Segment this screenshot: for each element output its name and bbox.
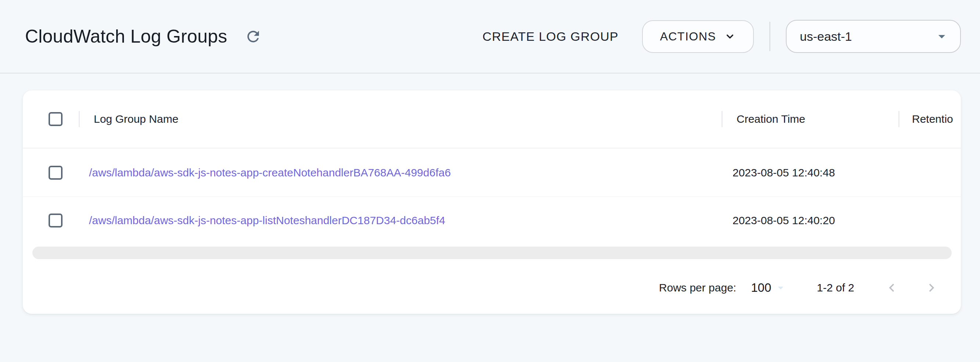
rows-per-page-label: Rows per page: xyxy=(659,281,736,294)
arrow-dropdown-icon xyxy=(774,281,787,294)
log-group-link[interactable]: /aws/lambda/aws-sdk-js-notes-app-listNot… xyxy=(89,214,445,227)
page-header: CloudWatch Log Groups CREATE LOG GROUP A… xyxy=(0,0,980,73)
header-divider xyxy=(769,22,770,51)
create-log-group-button[interactable]: CREATE LOG GROUP xyxy=(479,22,622,51)
table-row: /aws/lambda/aws-sdk-js-notes-app-listNot… xyxy=(23,197,961,244)
table-pagination: Rows per page: 100 1-2 of 2 xyxy=(23,262,961,314)
horizontal-scrollbar-thumb[interactable] xyxy=(32,247,952,259)
actions-button-label: ACTIONS xyxy=(660,30,716,43)
chevron-down-icon xyxy=(724,30,736,42)
chevron-left-icon xyxy=(884,280,900,296)
creation-time-cell: 2023-08-05 12:40:20 xyxy=(732,214,835,227)
column-divider xyxy=(79,111,80,127)
column-header-retention: Retentio xyxy=(912,113,953,125)
refresh-icon xyxy=(245,28,262,45)
table-row: /aws/lambda/aws-sdk-js-notes-app-createN… xyxy=(23,148,961,197)
creation-time-cell: 2023-08-05 12:40:48 xyxy=(732,167,835,179)
log-group-link[interactable]: /aws/lambda/aws-sdk-js-notes-app-createN… xyxy=(89,167,451,179)
column-header-log-group-name: Log Group Name xyxy=(94,113,178,125)
table-header-row: Log Group Name Creation Time Retentio xyxy=(23,90,961,148)
actions-button[interactable]: ACTIONS xyxy=(642,20,754,53)
row-checkbox[interactable] xyxy=(49,214,62,227)
column-divider xyxy=(898,111,899,127)
pagination-range-label: 1-2 of 2 xyxy=(817,281,854,294)
rows-per-page-select[interactable]: 100 xyxy=(751,281,787,295)
region-selector[interactable]: us-east-1 xyxy=(786,20,961,53)
refresh-button[interactable] xyxy=(243,26,264,47)
previous-page-button[interactable] xyxy=(881,277,903,299)
next-page-button[interactable] xyxy=(920,277,942,299)
arrow-dropdown-icon xyxy=(934,28,950,44)
rows-per-page-value: 100 xyxy=(751,281,771,295)
row-checkbox[interactable] xyxy=(49,166,62,180)
column-divider xyxy=(721,111,722,127)
column-header-creation-time: Creation Time xyxy=(737,113,805,125)
horizontal-scrollbar-track xyxy=(23,244,961,262)
region-selector-value: us-east-1 xyxy=(800,29,934,44)
select-all-checkbox[interactable] xyxy=(49,112,62,126)
chevron-right-icon xyxy=(923,280,940,296)
page-title: CloudWatch Log Groups xyxy=(25,26,227,47)
log-groups-card: Log Group Name Creation Time Retentio /a… xyxy=(23,90,961,314)
